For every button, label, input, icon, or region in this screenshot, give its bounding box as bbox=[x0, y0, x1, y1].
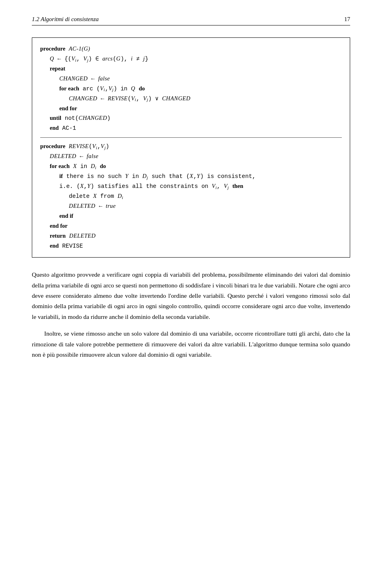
header-title: 1.2 Algoritmi di consistenza bbox=[32, 16, 99, 23]
revise-procedure: procedure REVISE(Vi,Vj) DELETED ← false … bbox=[40, 142, 342, 251]
paragraph-1: Questo algoritmo provvede a verificare o… bbox=[32, 270, 350, 322]
page-header: 1.2 Algoritmi di consistenza 17 bbox=[32, 16, 350, 25]
algorithm-box: procedure AC-1(G) Q ← {(Vi, Vj) ∈ arcs(G… bbox=[32, 37, 350, 258]
revise-line-ie: i.e. (X,Y) satisfies all the constraints… bbox=[40, 182, 342, 191]
revise-line-for: for each X in Di do bbox=[40, 162, 342, 172]
revise-line-delete: delete X from Di bbox=[40, 191, 342, 201]
ac1-line-until: until not(CHANGED) bbox=[40, 113, 342, 123]
ac1-line-end: end AC-1 bbox=[40, 123, 342, 133]
ac1-line-endfor: end for bbox=[40, 104, 342, 114]
revise-line-proc: procedure REVISE(Vi,Vj) bbox=[40, 142, 342, 152]
revise-line-end: end REVISE bbox=[40, 241, 342, 251]
revise-line-if: if there is no such Y in Dj such that (X… bbox=[40, 172, 342, 182]
ac1-line-repeat: repeat bbox=[40, 64, 342, 74]
page-number: 17 bbox=[344, 16, 350, 23]
divider bbox=[40, 137, 342, 138]
page: 1.2 Algoritmi di consistenza 17 procedur… bbox=[0, 0, 382, 588]
ac1-line-changed-false: CHANGED ← false bbox=[40, 74, 342, 84]
ac1-line-proc: procedure AC-1(G) bbox=[40, 44, 342, 54]
ac1-line-for: for each arc (Vi,Vj) in Q do bbox=[40, 84, 342, 94]
ac1-procedure: procedure AC-1(G) Q ← {(Vi, Vj) ∈ arcs(G… bbox=[40, 44, 342, 133]
ac1-line-changed-revise: CHANGED ← REVISE(Vi, Vj) ∨ CHANGED bbox=[40, 94, 342, 104]
revise-line-deleted-false: DELETED ← false bbox=[40, 152, 342, 162]
ac1-line-q: Q ← {(Vi, Vj) ∈ arcs(G), i ≠ j} bbox=[40, 54, 342, 64]
revise-line-endfor: end for bbox=[40, 221, 342, 231]
revise-line-deleted-true: DELETED ← true bbox=[40, 201, 342, 211]
revise-line-endif: end if bbox=[40, 211, 342, 221]
paragraph-2: Inoltre, se viene rimosso anche un solo … bbox=[32, 328, 350, 360]
revise-line-return: return DELETED bbox=[40, 231, 342, 241]
